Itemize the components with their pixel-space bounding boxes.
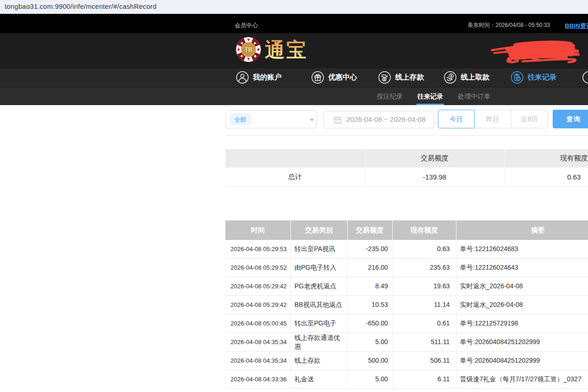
svg-text:TB: TB <box>244 46 252 53</box>
